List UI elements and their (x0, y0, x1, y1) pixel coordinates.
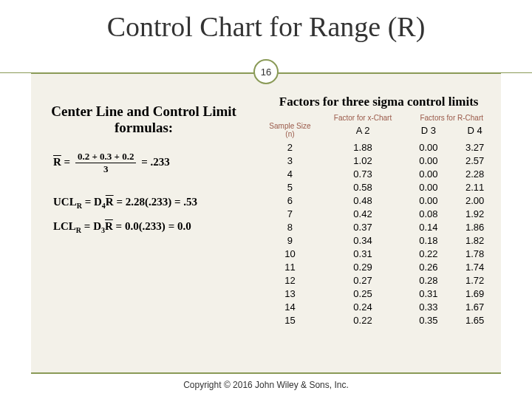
table-cell: 0.22 (405, 247, 451, 260)
col-group-xchart: Factor for x-Chart (321, 112, 406, 122)
table-row: 110.290.261.74 (259, 260, 498, 273)
table-row: 80.370.141.86 (259, 220, 498, 233)
table-row: 50.580.002.11 (259, 180, 498, 194)
table-cell: 2.28 (451, 167, 498, 180)
th-sample-size: Sample Size(n) (259, 122, 320, 140)
table-cell: 1.72 (451, 273, 498, 287)
table-cell: 12 (259, 273, 320, 287)
table-cell: 0.27 (321, 273, 406, 287)
table-cell: 1.65 (451, 313, 498, 327)
table-cell: 0.14 (405, 220, 451, 233)
table-row: 150.220.351.65 (259, 313, 498, 327)
left-column: Center Line and Control Limit formulas: … (31, 72, 256, 374)
table-cell: 0.28 (405, 273, 451, 287)
table-cell: 0.58 (321, 180, 406, 194)
table-cell: 3.27 (451, 140, 498, 154)
table-cell: 0.00 (405, 154, 451, 167)
table-row: 31.020.002.57 (259, 154, 498, 167)
table-cell: 0.42 (321, 207, 406, 220)
factors-table: Factor for x-Chart Factors for R-Chart S… (259, 112, 498, 327)
table-cell: 2.57 (451, 154, 498, 167)
table-cell: 0.00 (405, 194, 451, 207)
table-row: 140.240.331.67 (259, 300, 498, 313)
table-cell: 1.88 (321, 140, 406, 154)
table-cell: 4 (259, 167, 320, 180)
table-cell: 0.18 (405, 233, 451, 247)
formula-ucl: UCLR = D4R = 2.28(.233) = .53 (53, 196, 248, 210)
table-cell: 2.00 (451, 194, 498, 207)
table-row: 60.480.002.00 (259, 194, 498, 207)
table-cell: 2.11 (451, 180, 498, 194)
table-cell: 1.67 (451, 300, 498, 313)
copyright-footer: Copyright © 2016 John Wiley & Sons, Inc. (0, 380, 532, 390)
formula-lcl: LCLR = D3R = 0.0(.233) = 0.0 (53, 220, 248, 234)
table-row: 120.270.281.72 (259, 273, 498, 287)
col-group-rchart: Factors for R-Chart (405, 112, 498, 122)
table-cell: 0.08 (405, 207, 451, 220)
formula-rbar: R = 0.2 + 0.3 + 0.23 = .233 (53, 151, 248, 175)
table-cell: 0.00 (405, 140, 451, 154)
table-cell: 0.25 (321, 287, 406, 300)
th-d4: D 4 (451, 122, 498, 140)
table-cell: 0.29 (321, 260, 406, 273)
table-cell: 14 (259, 300, 320, 313)
table-cell: 0.22 (321, 313, 406, 327)
table-cell: 3 (259, 154, 320, 167)
table-row: 40.730.002.28 (259, 167, 498, 180)
table-cell: 1.86 (451, 220, 498, 233)
table-cell: 0.48 (321, 194, 406, 207)
th-a2: A 2 (321, 122, 406, 140)
table-cell: 11 (259, 260, 320, 273)
table-row: 70.420.081.92 (259, 207, 498, 220)
table-cell: 15 (259, 313, 320, 327)
table-cell: 1.92 (451, 207, 498, 220)
table-cell: 2 (259, 140, 320, 154)
table-cell: 9 (259, 233, 320, 247)
slide-number-badge: 16 (253, 59, 279, 84)
table-cell: 0.31 (405, 287, 451, 300)
table-cell: 0.31 (321, 247, 406, 260)
slide-title: Control Chart for Range (R) (0, 0, 532, 50)
right-column: Factors for three sigma control limits F… (256, 72, 501, 374)
table-cell: 1.78 (451, 247, 498, 260)
left-heading: Center Line and Control Limit formulas: (40, 103, 248, 136)
table-cell: 1.69 (451, 287, 498, 300)
table-cell: 6 (259, 194, 320, 207)
table-cell: 13 (259, 287, 320, 300)
table-cell: 7 (259, 207, 320, 220)
table-cell: 0.00 (405, 167, 451, 180)
table-cell: 8 (259, 220, 320, 233)
table-row: 130.250.311.69 (259, 287, 498, 300)
table-cell: 0.35 (405, 313, 451, 327)
table-row: 21.880.003.27 (259, 140, 498, 154)
table-cell: 0.26 (405, 260, 451, 273)
table-cell: 1.74 (451, 260, 498, 273)
table-cell: 0.33 (405, 300, 451, 313)
content-area: Center Line and Control Limit formulas: … (31, 72, 501, 374)
table-cell: 0.00 (405, 180, 451, 194)
table-cell: 0.34 (321, 233, 406, 247)
table-cell: 5 (259, 180, 320, 194)
table-cell: 0.37 (321, 220, 406, 233)
table-row: 90.340.181.82 (259, 233, 498, 247)
table-cell: 10 (259, 247, 320, 260)
table-cell: 1.02 (321, 154, 406, 167)
table-cell: 0.24 (321, 300, 406, 313)
table-title: Factors for three sigma control limits (259, 95, 498, 109)
table-row: 100.310.221.78 (259, 247, 498, 260)
th-d3: D 3 (405, 122, 451, 140)
table-cell: 0.73 (321, 167, 406, 180)
table-cell: 1.82 (451, 233, 498, 247)
